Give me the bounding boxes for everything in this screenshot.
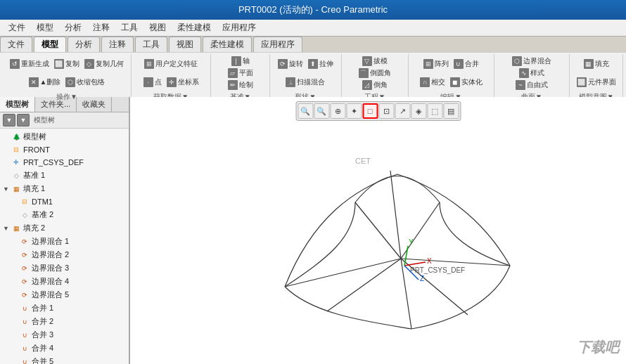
- ribbon-btn-0-1[interactable]: ⬜复制: [52, 58, 82, 70]
- ribbon-btn-1-2[interactable]: ✛坐标系: [165, 77, 201, 88]
- menu-item-7[interactable]: 应用程序: [217, 20, 262, 35]
- view-btn-display[interactable]: ◈: [411, 103, 426, 119]
- ribbon-tab-1[interactable]: 模型: [34, 37, 66, 52]
- ribbon-btn-4-2[interactable]: ◿倒角: [360, 79, 390, 91]
- ribbon-btn-6-1[interactable]: ∿样式: [517, 67, 547, 79]
- tree-item-icon-7: ▦: [11, 223, 21, 233]
- view-btn-spin[interactable]: ✦: [346, 103, 362, 119]
- ribbon-btn-1-0[interactable]: ⊞用户定义特征: [142, 58, 200, 70]
- view-btn-zoom-out[interactable]: 🔍: [314, 103, 329, 119]
- tree-item-label-6: 基准 2: [32, 209, 53, 220]
- tree-item-icon-10: ⟳: [20, 264, 30, 273]
- tree-item-icon-1: ⊟: [11, 145, 21, 155]
- tree-item-label-12: 边界混合 5: [32, 290, 69, 300]
- tree-item-label-0: 模型树: [23, 131, 46, 142]
- ribbon-group-6: ⬡边界混合∿样式~自由式曲面▼: [494, 54, 570, 103]
- ribbon-btn-4-1[interactable]: ⌒倒圆角: [357, 67, 393, 79]
- ribbon-tab-5[interactable]: 视图: [169, 37, 201, 52]
- ribbon-btn-7-1[interactable]: ⬜元件界面: [575, 77, 618, 88]
- view-btn-zoom-in[interactable]: 🔍: [298, 103, 313, 119]
- menu-item-0[interactable]: 文件: [3, 20, 31, 35]
- tree-item-label-11: 边界混合 4: [32, 276, 69, 287]
- model-tree-header: 模型树: [34, 115, 55, 125]
- ribbon-btn-0-0[interactable]: ↺重新生成: [8, 58, 51, 70]
- tree-item-icon-2: ✛: [11, 157, 21, 167]
- tree-item-10[interactable]: ⟳边界混合 3: [1, 261, 127, 275]
- tree-item-12[interactable]: ⟳边界混合 5: [1, 288, 127, 301]
- tree-item-13[interactable]: ∪合并 1: [1, 301, 127, 315]
- tree-item-16[interactable]: ∪合并 4: [1, 342, 127, 355]
- ribbon-btn-0-4[interactable]: ⬡收缩包络: [63, 77, 107, 88]
- tree-item-icon-3: ◇: [11, 171, 21, 181]
- tree-item-4[interactable]: ▼▦填充 1: [1, 182, 127, 195]
- main-area: 模型树文件夹...收藏夹 ▼ ▼ 模型树 🌲模型树⊟FRONT✛PRT_CSYS…: [0, 97, 626, 364]
- ribbon-btn-0-3[interactable]: ✕▲删除: [27, 77, 63, 88]
- ribbon-btn-5-2[interactable]: ∩相交: [418, 77, 447, 88]
- tree-area: 🌲模型树⊟FRONT✛PRT_CSYS_DEF◇基准 1▼▦填充 1⊟DTM1◇…: [0, 129, 129, 364]
- view-btn-view-type[interactable]: ↗: [395, 103, 410, 119]
- panel-tool-filter[interactable]: ▼: [3, 114, 15, 126]
- ribbon-btn-5-0[interactable]: ⊞阵列: [421, 58, 451, 70]
- menu-item-6[interactable]: 柔性建模: [172, 20, 217, 35]
- ribbon-tab-0[interactable]: 文件: [0, 37, 32, 52]
- tree-item-11[interactable]: ⟳边界混合 4: [1, 275, 127, 288]
- tree-item-label-1: FRONT: [23, 145, 50, 154]
- view-btn-settings[interactable]: ▤: [443, 103, 459, 119]
- tree-item-9[interactable]: ⟳边界混合 2: [1, 248, 127, 261]
- ribbon-btn-7-0[interactable]: ▦填充: [582, 58, 611, 70]
- tree-item-5[interactable]: ⊟DTM1: [1, 195, 127, 208]
- view-btn-zoom-fit[interactable]: ⊕: [330, 103, 345, 119]
- ribbon-btn-5-3[interactable]: ◼实体化: [448, 77, 485, 88]
- tree-item-14[interactable]: ∪合并 2: [1, 315, 127, 328]
- ribbon-btn-6-2[interactable]: ~自由式: [513, 79, 550, 91]
- menu-item-2[interactable]: 分析: [59, 20, 87, 35]
- ribbon-tab-3[interactable]: 注释: [101, 37, 134, 52]
- menu-item-5[interactable]: 视图: [143, 20, 172, 35]
- ribbon-tab-7[interactable]: 应用程序: [253, 37, 302, 52]
- tree-item-6[interactable]: ◇基准 2: [1, 208, 127, 221]
- tree-item-7[interactable]: ▼▦填充 2: [1, 221, 127, 235]
- view-btn-refit-window[interactable]: □: [362, 103, 378, 119]
- ribbon-btn-0-2[interactable]: ◇复制几何: [82, 58, 126, 70]
- tree-item-icon-5: ⊟: [20, 197, 30, 207]
- ribbon-btn-2-1[interactable]: ▱平面: [226, 67, 255, 79]
- panel-tool-settings[interactable]: ▼: [17, 114, 30, 126]
- ribbon-group-2: |轴▱平面✏绘制基准▼: [211, 54, 270, 103]
- ribbon-btn-3-0[interactable]: ⟳旋转: [276, 58, 305, 70]
- ribbon-btn-2-2[interactable]: ✏绘制: [226, 79, 255, 91]
- ribbon-btn-6-0[interactable]: ⬡边界混合: [510, 56, 554, 67]
- tree-item-8[interactable]: ⟳边界混合 1: [1, 235, 127, 248]
- tree-item-1[interactable]: ⊟FRONT: [1, 143, 127, 156]
- menu-item-4[interactable]: 工具: [115, 20, 143, 35]
- ribbon-btn-3-1[interactable]: ⬆拉伸: [306, 58, 336, 70]
- view-btn-grid[interactable]: ⬚: [427, 103, 442, 119]
- ribbon-tab-4[interactable]: 工具: [135, 37, 167, 52]
- tree-item-icon-17: ∪: [20, 357, 30, 365]
- ribbon-tab-2[interactable]: 分析: [68, 37, 100, 52]
- ribbon-btn-5-1[interactable]: ∪合并: [452, 58, 481, 70]
- view-btn-orient[interactable]: ⊡: [378, 103, 394, 119]
- tree-item-icon-4: ▦: [11, 184, 21, 194]
- ribbon-group-3: ⟳旋转⬆拉伸⟂扫描混合形状▼: [270, 54, 342, 103]
- ribbon-group-5: ⊞阵列∪合并∩相交◼实体化编辑▼: [409, 54, 494, 103]
- panel-toolbar: ▼ ▼ 模型树: [0, 112, 129, 129]
- menu-item-3[interactable]: 注释: [87, 20, 115, 35]
- viewport[interactable]: 🔍🔍⊕✦□⊡↗◈⬚▤ 下载吧: [130, 97, 626, 364]
- ribbon-group-7: ▦填充⬜元件界面模型意图▼: [570, 54, 623, 103]
- ribbon-btn-2-0[interactable]: |轴: [229, 56, 252, 67]
- menu-item-1[interactable]: 模型: [31, 20, 59, 35]
- ribbon-group-0: ↺重新生成⬜复制◇复制几何✕▲删除⬡收缩包络操作▼: [3, 54, 132, 103]
- tree-item-0[interactable]: 🌲模型树: [1, 130, 127, 143]
- tree-item-label-17: 合并 5: [32, 356, 53, 364]
- ribbon-tab-6[interactable]: 柔性建模: [203, 37, 252, 52]
- tree-item-15[interactable]: ∪合并 3: [1, 328, 127, 342]
- ribbon-btn-4-0[interactable]: ▽拔模: [360, 56, 390, 67]
- tree-item-3[interactable]: ◇基准 1: [1, 169, 127, 182]
- tree-item-label-3: 基准 1: [23, 170, 45, 181]
- tree-item-2[interactable]: ✛PRT_CSYS_DEF: [1, 156, 127, 169]
- ribbon-btn-1-1[interactable]: ·点: [141, 77, 164, 88]
- tree-item-17[interactable]: ∪合并 5: [1, 355, 127, 364]
- menu-bar: 文件模型分析注释工具视图柔性建模应用程序: [0, 20, 626, 37]
- tree-item-icon-11: ⟳: [20, 277, 30, 287]
- ribbon-btn-3-2[interactable]: ⟂扫描混合: [283, 77, 327, 88]
